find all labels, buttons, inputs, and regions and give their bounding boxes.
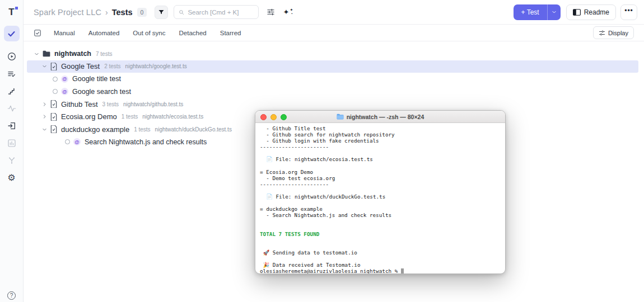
search-input[interactable] bbox=[188, 9, 254, 16]
tab-out-of-sync[interactable]: Out of sync bbox=[133, 30, 165, 36]
suite-count: 3 tests bbox=[102, 101, 119, 107]
tests-count-badge: 0 bbox=[137, 8, 147, 17]
add-test-button[interactable]: + Test bbox=[514, 4, 547, 20]
search-input-wrapper bbox=[174, 5, 259, 19]
terminal-output: - Github Title test - Github search for … bbox=[255, 123, 505, 274]
terminal-window[interactable]: nightwatch — -zsh — 80×24 - Github Title… bbox=[255, 110, 506, 274]
suite-path: nightwatch/github.test.ts bbox=[123, 101, 183, 107]
test-status-circle[interactable] bbox=[65, 139, 70, 144]
terminal-line bbox=[260, 256, 501, 262]
select-tests-icon[interactable] bbox=[34, 29, 41, 37]
suite-name: Ecosia.org Demo bbox=[61, 112, 117, 121]
terminal-line: 📄 File: nightwatch/ecosia.test.ts bbox=[260, 156, 501, 162]
display-sliders-icon bbox=[599, 30, 605, 36]
sidebar-item-pulse stairs-icon[interactable] bbox=[4, 84, 20, 98]
test-name: Google search test bbox=[72, 88, 131, 96]
terminal-line: = duckduckgo example bbox=[260, 206, 501, 212]
check-icon bbox=[7, 30, 16, 38]
ellipsis-icon: ••• bbox=[624, 7, 633, 15]
chevron-right-icon[interactable] bbox=[41, 114, 47, 119]
add-test-dropdown-button[interactable] bbox=[547, 4, 561, 20]
suite-count: 2 tests bbox=[104, 63, 120, 69]
breadcrumb-project[interactable]: Spark Project LLC bbox=[34, 8, 101, 17]
chevron-down-icon[interactable] bbox=[34, 51, 39, 56]
suite-name: duckduckgo example bbox=[61, 125, 129, 134]
sidebar-item-import import-box-icon[interactable] bbox=[4, 119, 20, 133]
test-status-circle[interactable] bbox=[53, 89, 58, 94]
automated-badge-icon: @ bbox=[61, 76, 68, 83]
display-label: Display bbox=[608, 30, 628, 36]
app-logo[interactable]: T bbox=[6, 6, 18, 19]
test-name: Search Nightwatch.js and check results bbox=[85, 138, 207, 146]
terminal-title-text: nightwatch — -zsh — 80×24 bbox=[347, 114, 424, 120]
terminal-title: nightwatch — -zsh — 80×24 bbox=[337, 114, 424, 120]
add-test-split-button: + Test bbox=[514, 4, 561, 20]
automated-badge-icon: @ bbox=[73, 138, 81, 145]
test-status-circle[interactable] bbox=[53, 77, 58, 82]
tab-starred[interactable]: Starred bbox=[220, 30, 241, 36]
tree-row-suite-github-test[interactable]: Github Test 3 tests nightwatch/github.te… bbox=[27, 98, 638, 111]
terminal-line bbox=[260, 150, 501, 156]
zoom-window-button[interactable] bbox=[281, 114, 287, 120]
tab-automated[interactable]: Automated bbox=[88, 30, 120, 36]
suite-name: Google Test bbox=[61, 62, 100, 70]
terminal-line: 📄 File: nightwatch/duckDuckGo.test.ts bbox=[260, 194, 501, 200]
terminal-line: - Github Title test bbox=[260, 125, 501, 131]
terminal-line bbox=[260, 243, 501, 249]
tree-row-test-google-search[interactable]: @ Google search test bbox=[27, 86, 638, 98]
tree-row-test-google-title[interactable]: @ Google title test bbox=[27, 73, 638, 86]
readme-label: Readme bbox=[584, 8, 609, 16]
tree-row-folder-nightwatch[interactable]: nightwatch 7 tests bbox=[27, 48, 638, 60]
terminal-line bbox=[260, 200, 501, 206]
suite-count: 1 tests bbox=[134, 126, 150, 133]
terminal-line bbox=[260, 218, 501, 224]
suite-path: nightwatch/google.test.ts bbox=[125, 63, 187, 69]
ai-sparkle-icon[interactable]: ✦✦• bbox=[283, 8, 292, 16]
terminal-titlebar[interactable]: nightwatch — -zsh — 80×24 bbox=[255, 111, 505, 123]
terminal-line-total-tests: TOTAL 7 TESTS FOUND bbox=[260, 231, 501, 237]
close-window-button[interactable] bbox=[260, 114, 267, 120]
terminal-line bbox=[260, 163, 501, 169]
terminal-line bbox=[260, 187, 501, 194]
terminal-line: - Search Nightwatch.js and check results bbox=[260, 212, 501, 218]
search-icon bbox=[179, 9, 184, 16]
sidebar-item-reports bar-chart-icon[interactable] bbox=[4, 136, 20, 150]
readme-button[interactable]: Readme bbox=[566, 4, 616, 20]
sidebar-item-settings gear-icon[interactable]: ⚙ bbox=[4, 171, 20, 185]
suite-path: nightwatch/duckDuckGo.test.ts bbox=[155, 126, 232, 133]
folder-icon bbox=[43, 50, 50, 57]
sidebar-item-branches git-branch-icon[interactable] bbox=[4, 154, 20, 167]
page-title: Tests bbox=[112, 8, 133, 17]
sidebar-item-tests check-icon[interactable] bbox=[4, 26, 20, 41]
readme-book-icon bbox=[573, 9, 581, 16]
file-icon bbox=[50, 113, 57, 121]
funnel-icon bbox=[158, 9, 165, 16]
terminal-prompt-line: olesiasheremeta@airuzivlaolesia nightwat… bbox=[260, 268, 501, 274]
more-options-button[interactable]: ••• bbox=[620, 4, 637, 20]
tab-manual[interactable]: Manual bbox=[54, 30, 75, 36]
display-button[interactable]: Display bbox=[593, 26, 634, 39]
sidebar-item-analytics activity-icon[interactable] bbox=[4, 102, 20, 115]
logo-accent-dot bbox=[15, 7, 18, 10]
sidebar-item-plans list-check-icon[interactable] bbox=[4, 67, 20, 81]
adjustments-icon[interactable] bbox=[267, 8, 275, 16]
suite-name: Github Test bbox=[61, 100, 98, 108]
chevron-down-icon[interactable] bbox=[41, 64, 47, 69]
terminal-line: 🎉 Data received at Testomat.io bbox=[260, 262, 501, 268]
terminal-line: ---------------------- bbox=[260, 181, 501, 187]
chevron-right-icon[interactable] bbox=[41, 102, 47, 107]
sidebar-item-runs play-circle-icon[interactable] bbox=[4, 50, 20, 63]
terminal-line: ---------------------- bbox=[260, 144, 501, 150]
terminal-prompt: olesiasheremeta@airuzivlaolesia nightwat… bbox=[260, 268, 401, 274]
help-icon[interactable]: ? bbox=[7, 291, 16, 300]
minimize-window-button[interactable] bbox=[270, 114, 277, 120]
tree-row-suite-google-test[interactable]: Google Test 2 tests nightwatch/google.te… bbox=[27, 60, 638, 73]
suite-path: nightwatch/ecosia.test.ts bbox=[142, 114, 203, 120]
filter-button[interactable] bbox=[155, 6, 168, 19]
tab-detached[interactable]: Detached bbox=[179, 30, 207, 36]
folder-name: nightwatch bbox=[54, 50, 91, 58]
breadcrumb-separator: › bbox=[105, 8, 108, 17]
chevron-down-icon[interactable] bbox=[41, 127, 47, 132]
file-icon bbox=[50, 100, 57, 108]
filter-tabs-bar: Manual Automated Out of sync Detached St… bbox=[24, 25, 644, 41]
